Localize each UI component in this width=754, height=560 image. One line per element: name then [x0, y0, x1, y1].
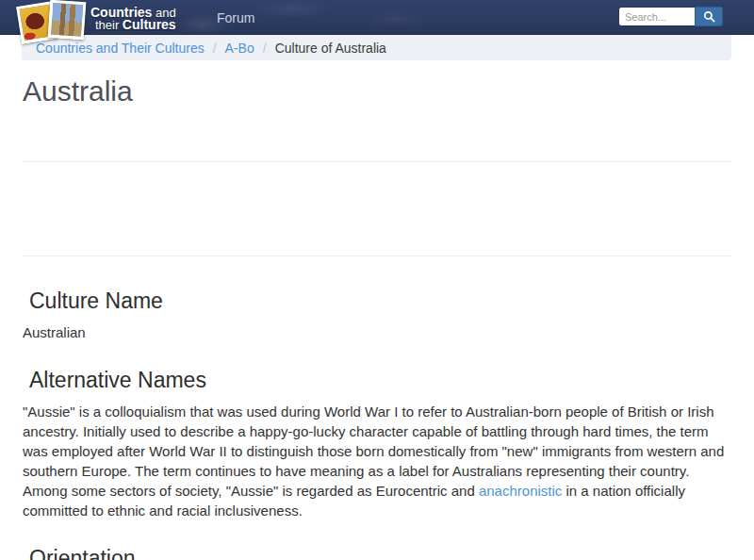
breadcrumb-current-page: Culture of Australia [275, 41, 386, 56]
inline-link-anachronistic[interactable]: anachronistic [479, 483, 562, 499]
search-button[interactable] [695, 7, 723, 26]
search-form [618, 7, 723, 26]
section-heading: Culture Name [23, 288, 731, 314]
nav-link-forum[interactable]: Forum [217, 10, 254, 25]
breadcrumb-link-home[interactable]: Countries and Their Cultures [36, 41, 205, 56]
article-content: Australia Culture Name Australian Altern… [0, 76, 754, 560]
breadcrumb-separator: / [205, 41, 225, 56]
top-navbar: Countries and their Cultures Forum [0, 0, 754, 35]
site-logo-text: Countries and their Cultures [90, 7, 176, 31]
search-icon [703, 10, 715, 23]
empty-ad-slot [23, 162, 731, 255]
section-heading: Orientation [23, 545, 731, 560]
section-paragraph: Australian [23, 322, 731, 342]
section-culture-name: Culture Name Australian [23, 288, 731, 342]
section-heading: Alternative Names [23, 367, 731, 393]
page-title: Australia [23, 76, 731, 107]
search-input[interactable] [618, 7, 695, 26]
breadcrumb-link-a-bo[interactable]: A-Bo [225, 41, 254, 56]
logo-line2-bold: Cultures [123, 17, 176, 32]
site-logo[interactable]: Countries and their Cultures [19, 1, 176, 41]
section-alternative-names: Alternative Names "Aussie" is a colloqui… [23, 367, 731, 520]
breadcrumb-separator: / [254, 41, 275, 56]
horizontal-divider [23, 255, 731, 256]
section-paragraph: "Aussie" is a colloquialism that was use… [23, 402, 731, 520]
empty-ad-slot [23, 107, 731, 161]
logo-photo-moai [48, 0, 87, 40]
section-orientation: Orientation Identification. The name "Au… [23, 545, 731, 560]
logo-line2-rest: their [95, 18, 123, 32]
